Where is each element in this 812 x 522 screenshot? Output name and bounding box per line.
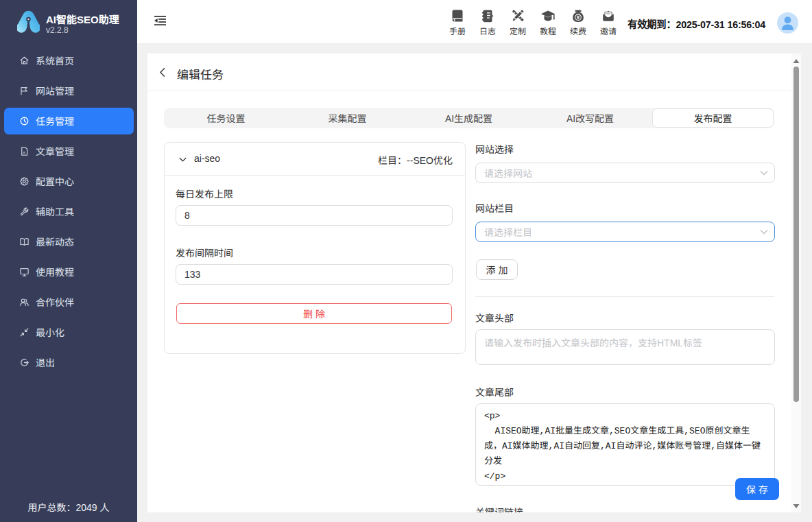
svg-text:w: w [23,150,25,154]
